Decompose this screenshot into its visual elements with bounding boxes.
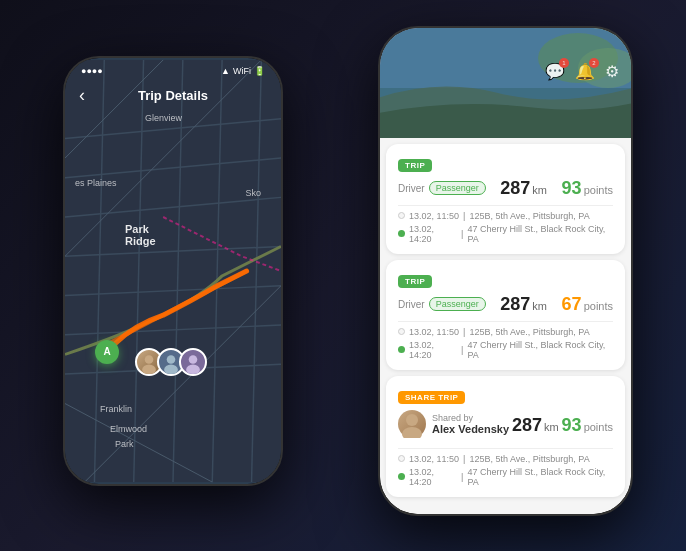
- from-location-1: 13.02, 11:50 | 125B, 5th Ave., Pittsburg…: [398, 211, 613, 221]
- to-dot-3: [398, 473, 405, 480]
- trip-card-1: TRIP Driver Passenger 287 km 93: [386, 144, 625, 254]
- distance-2: 287: [500, 294, 530, 315]
- content-area: TRIP Driver Passenger 287 km 93: [380, 138, 631, 514]
- trip-badge-1: TRIP: [398, 159, 432, 172]
- left-phone-header: ‹ Trip Details: [65, 88, 281, 103]
- from-dot-1: [398, 212, 405, 219]
- left-status-bar: ●●●● ▲ WiFi 🔋: [65, 58, 281, 80]
- left-status-dots: ●●●●: [81, 66, 103, 76]
- map-background: [65, 58, 281, 484]
- trip-badge-3: SHARE TRIP: [398, 391, 465, 404]
- svg-point-14: [402, 427, 422, 438]
- phones-container: ●●●● ▲ WiFi 🔋 ‹ Trip Details Glenview es…: [43, 16, 643, 536]
- driver-passenger-2: Driver Passenger: [398, 297, 486, 311]
- svg-point-6: [186, 364, 200, 374]
- message-badge: 1: [559, 58, 569, 68]
- to-dot-1: [398, 230, 405, 237]
- points-3: 93: [562, 415, 582, 436]
- from-location-3: 13.02, 11:50 | 125B, 5th Ave., Pittsburg…: [398, 454, 613, 464]
- to-location-2: 13.02, 14:20 | 47 Cherry Hill St., Black…: [398, 340, 613, 360]
- trip-card-2: TRIP Driver Passenger 287 km 67: [386, 260, 625, 370]
- left-phone: ●●●● ▲ WiFi 🔋 ‹ Trip Details Glenview es…: [63, 56, 283, 486]
- from-location-2: 13.02, 11:50 | 125B, 5th Ave., Pittsburg…: [398, 327, 613, 337]
- svg-point-5: [189, 355, 198, 364]
- trip-stats-2: Driver Passenger 287 km 67 points: [398, 294, 613, 315]
- svg-point-13: [406, 414, 418, 426]
- marker-a: A: [95, 340, 119, 364]
- avatar-3: [179, 348, 207, 376]
- shared-info-row: Shared by Alex Vedensky: [398, 410, 509, 438]
- message-icon[interactable]: 💬 1: [545, 62, 565, 81]
- points-label-1: points: [584, 184, 613, 196]
- notification-icon[interactable]: 🔔 2: [575, 62, 595, 81]
- right-phone: ●●●● ▲ WiFi 🔋: [378, 26, 633, 516]
- svg-point-1: [145, 355, 154, 364]
- settings-icon[interactable]: ⚙: [605, 62, 619, 81]
- distance-unit-2: km: [532, 300, 547, 312]
- trip-details-title: Trip Details: [138, 88, 208, 103]
- passenger-badge-2: Passenger: [429, 297, 486, 311]
- points-1: 93: [562, 178, 582, 199]
- to-location-3: 13.02, 14:20 | 47 Cherry Hill St., Black…: [398, 467, 613, 487]
- profile-header-bg: ●●●● ▲ WiFi 🔋: [380, 28, 631, 138]
- distance-1: 287: [500, 178, 530, 199]
- svg-point-2: [142, 364, 156, 374]
- passenger-badge-1: Passenger: [429, 181, 486, 195]
- distance-unit-3: km: [544, 421, 559, 433]
- route-avatars: [135, 348, 207, 376]
- distance-3: 287: [512, 415, 542, 436]
- points-2: 67: [562, 294, 582, 315]
- to-location-1: 13.02, 14:20 | 47 Cherry Hill St., Black…: [398, 224, 613, 244]
- from-dot-3: [398, 455, 405, 462]
- from-dot-2: [398, 328, 405, 335]
- trip-badge-2: TRIP: [398, 275, 432, 288]
- back-button[interactable]: ‹: [79, 85, 85, 106]
- trip-stats-3: Shared by Alex Vedensky 287 km 93 points: [398, 410, 613, 442]
- shared-by-label: Shared by: [432, 413, 509, 423]
- trip-card-3: SHARE TRIP Shared by: [386, 376, 625, 497]
- profile-icons: 💬 1 🔔 2 ⚙: [545, 62, 619, 81]
- notification-badge: 2: [589, 58, 599, 68]
- trip-stats-1: Driver Passenger 287 km 93 points: [398, 178, 613, 199]
- points-label-2: points: [584, 300, 613, 312]
- svg-point-3: [167, 355, 176, 364]
- shared-by-name: Alex Vedensky: [432, 423, 509, 435]
- to-dot-2: [398, 346, 405, 353]
- shared-avatar: [398, 410, 426, 438]
- svg-point-4: [164, 364, 178, 374]
- driver-passenger-1: Driver Passenger: [398, 181, 486, 195]
- distance-unit-1: km: [532, 184, 547, 196]
- points-label-3: points: [584, 421, 613, 433]
